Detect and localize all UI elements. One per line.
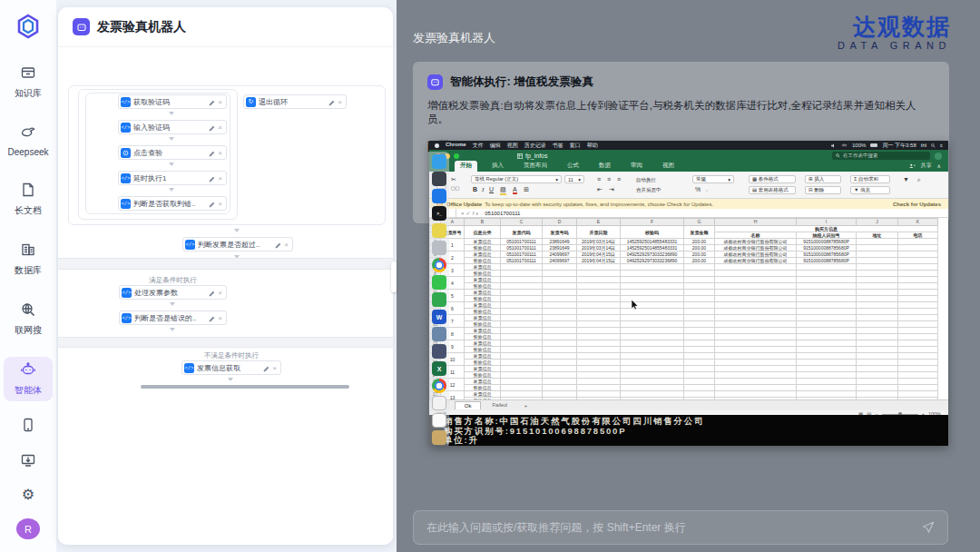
grid-cell xyxy=(715,290,797,296)
close-icon[interactable]: × xyxy=(218,314,222,322)
grid-cell xyxy=(684,340,715,347)
web-search-icon xyxy=(20,301,36,321)
workflow-node[interactable]: </> 发票信息获取 × xyxy=(181,360,281,375)
workflow-node[interactable]: </> 延时执行1 × xyxy=(118,171,227,185)
send-icon[interactable] xyxy=(922,521,935,534)
close-icon[interactable]: × xyxy=(338,98,342,106)
grid-cell xyxy=(797,321,857,328)
screen-download-icon[interactable] xyxy=(20,452,36,471)
row-type-cell: 发票信息 xyxy=(465,379,501,385)
grid-cell xyxy=(684,366,715,372)
grid-cell xyxy=(621,264,684,271)
grid-cell xyxy=(715,283,797,290)
grid-cell xyxy=(621,391,684,398)
edit-pencil-icon[interactable] xyxy=(209,284,215,301)
grid-cell xyxy=(621,379,684,385)
sidebar-item-web-search[interactable]: 联网搜 xyxy=(4,297,53,341)
grid-cell xyxy=(577,302,621,309)
horizontal-scrollbar[interactable] xyxy=(141,385,349,389)
settings-gear-icon[interactable]: ⚙ xyxy=(22,488,34,502)
grid-cell xyxy=(543,309,577,315)
edit-pencil-icon[interactable] xyxy=(209,144,215,161)
dock-icon-terminal: >_ xyxy=(432,206,446,221)
edit-pencil-icon[interactable] xyxy=(209,94,215,110)
grid-cell xyxy=(684,309,715,315)
row-type-cell: 查验信息 xyxy=(465,372,501,379)
grid-cell xyxy=(715,334,797,340)
row-type-cell: 发票信息 xyxy=(465,277,501,283)
close-icon[interactable]: × xyxy=(284,241,289,249)
node-label: 处理发票参数 xyxy=(134,288,206,298)
row-type-cell: 查验信息 xyxy=(465,296,501,302)
chat-title: 发票验真机器人 xyxy=(413,30,495,46)
add-sheet-icon: + xyxy=(524,403,528,409)
grid-cell xyxy=(715,379,797,385)
user-avatar[interactable]: R xyxy=(16,518,40,539)
execution-screenshot[interactable]: Chrome文件编辑视图历史记录书签窗口帮助 100% 周一 下午3:58 th… xyxy=(429,141,948,446)
sidebar-item-deepseek[interactable]: Deepseek xyxy=(4,120,53,162)
grid-cell xyxy=(898,251,938,258)
workflow-node[interactable]: </> 处理发票参数 × xyxy=(119,285,227,300)
grid-cell xyxy=(543,340,577,347)
grid-cell xyxy=(501,277,543,283)
sidebar-item-agent[interactable]: 智能体 xyxy=(4,357,53,401)
workflow-node[interactable]: </> 获取验证码 × xyxy=(118,94,227,109)
edit-pencil-icon[interactable] xyxy=(263,360,270,376)
row-type-cell: 发票信息 xyxy=(465,290,501,296)
edit-pencil-icon[interactable] xyxy=(275,236,281,252)
grid-cell xyxy=(898,258,938,264)
row-type-cell: 查验信息 xyxy=(465,334,501,340)
grid-cell: 200.00 xyxy=(684,239,715,245)
sidebar-item-long-document[interactable]: 长文档 xyxy=(4,177,53,222)
grid-cell xyxy=(898,321,938,328)
workflow-node-judge[interactable]: </> 判断发票是否超过.. × xyxy=(182,237,293,251)
edit-pencil-icon[interactable] xyxy=(209,119,215,135)
grid-cell xyxy=(621,360,684,366)
dock-icon-photos xyxy=(432,344,446,359)
dock-icon-minimized-window-2 xyxy=(432,413,446,428)
panel-resize-handle[interactable] xyxy=(391,261,397,292)
click-icon xyxy=(121,148,131,158)
menubar-item: 书签 xyxy=(553,142,564,150)
close-icon[interactable]: × xyxy=(218,289,222,297)
close-icon[interactable]: × xyxy=(272,364,277,372)
close-icon[interactable]: × xyxy=(218,149,222,157)
chat-input-placeholder: 在此输入问题或按/获取推荐问题，按 Shift+Enter 换行 xyxy=(426,520,922,536)
grid-cell xyxy=(621,347,684,353)
document-grid-icon xyxy=(517,153,523,159)
edit-pencil-icon[interactable] xyxy=(209,170,215,186)
workflow-node-exit-loop[interactable]: ↻ 退出循环 × xyxy=(243,94,347,109)
copy-icon: ▢▢ xyxy=(451,185,459,191)
grid-cell xyxy=(621,296,684,302)
ribbon-tab-4: 公式 xyxy=(562,161,584,172)
grid-cell xyxy=(501,296,543,302)
grid-cell xyxy=(898,391,938,398)
workflow-node[interactable]: </> 判断是否获取到错.. × xyxy=(118,196,227,211)
row-type-cell: 发票信息 xyxy=(465,264,501,271)
sidebar-item-database[interactable]: 数据库 xyxy=(4,237,53,281)
edit-pencil-icon[interactable] xyxy=(209,195,215,212)
edit-pencil-icon[interactable] xyxy=(328,94,335,110)
edit-pencil-icon[interactable] xyxy=(209,310,215,326)
chat-input[interactable]: 在此输入问题或按/获取推荐问题，按 Shift+Enter 换行 xyxy=(413,510,948,545)
workflow-canvas[interactable]: </> 获取验证码 × </> 输入验证码 × 点击查验 × </> 延时执行1… xyxy=(58,47,393,545)
grid-cell xyxy=(684,296,715,302)
grid-cell xyxy=(684,360,715,366)
grid-cell xyxy=(857,283,898,290)
grid-cell xyxy=(715,277,797,283)
sidebar-item-knowledge-base[interactable]: 知识库 xyxy=(4,60,53,104)
row-type-cell: 发票信息 xyxy=(465,302,501,309)
grid-cell xyxy=(797,264,857,271)
grid-cell xyxy=(501,302,543,309)
grid-cell xyxy=(543,264,577,271)
mobile-device-icon[interactable] xyxy=(20,417,36,436)
subtitle-line: 购买方识别号:91510100698878500P xyxy=(444,427,934,437)
close-icon[interactable]: × xyxy=(218,123,222,132)
grid-cell xyxy=(621,290,684,296)
workflow-node[interactable]: </> 判断是否是错误的.. × xyxy=(119,310,227,325)
workflow-node[interactable]: 点击查验 × xyxy=(118,145,227,160)
close-icon[interactable]: × xyxy=(218,174,222,182)
close-icon[interactable]: × xyxy=(218,200,222,208)
workflow-node[interactable]: </> 输入验证码 × xyxy=(118,120,227,134)
close-icon[interactable]: × xyxy=(218,98,222,106)
